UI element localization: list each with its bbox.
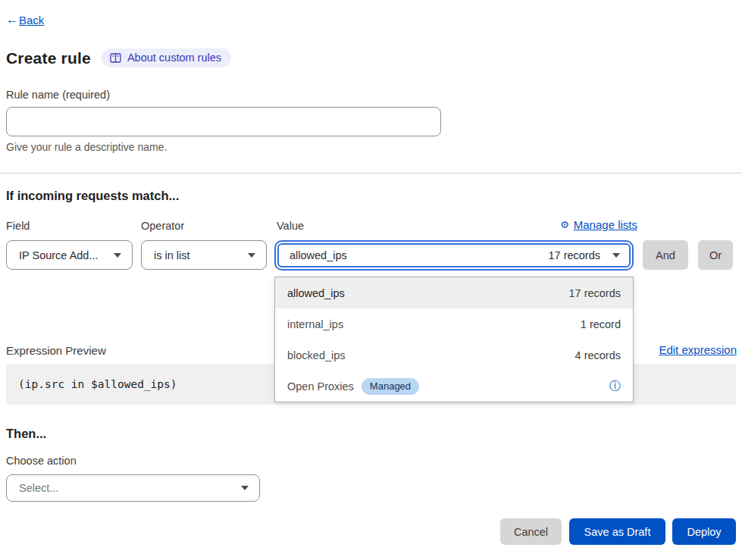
title-row: Create rule About custom rules <box>6 48 231 67</box>
operator-select[interactable]: is in list <box>141 240 267 270</box>
list-name: internal_ips <box>287 318 343 330</box>
about-custom-rules-label: About custom rules <box>127 52 221 64</box>
edit-expression-label: Edit expression <box>659 343 737 356</box>
value-label: Value <box>277 220 304 232</box>
or-button[interactable]: Or <box>698 240 733 270</box>
value-select[interactable]: allowed_ips 17 records <box>277 243 631 267</box>
about-custom-rules-link[interactable]: About custom rules <box>102 48 231 67</box>
value-dropdown-panel: allowed_ips 17 records internal_ips 1 re… <box>274 277 634 402</box>
action-select[interactable]: Select... <box>6 474 260 502</box>
list-name: allowed_ips <box>287 287 345 299</box>
rule-name-helper: Give your rule a descriptive name. <box>6 141 167 153</box>
match-section-heading: If incoming requests match... <box>6 189 179 203</box>
cancel-button[interactable]: Cancel <box>500 518 562 545</box>
operator-label: Operator <box>141 220 184 232</box>
manage-lists-link[interactable]: ⚙ Manage lists <box>560 218 637 231</box>
dropdown-item-blocked-ips[interactable]: blocked_ips 4 records <box>275 339 633 371</box>
back-link[interactable]: ←Back <box>6 13 44 27</box>
edit-expression-link[interactable]: Edit expression <box>659 343 737 356</box>
chevron-down-icon <box>612 253 620 258</box>
list-name: blocked_ips <box>287 349 346 361</box>
value-select-name: allowed_ips <box>290 249 548 261</box>
book-icon <box>110 53 121 63</box>
rule-name-input[interactable] <box>6 107 441 136</box>
dropdown-item-allowed-ips[interactable]: allowed_ips 17 records <box>275 277 633 308</box>
list-record-count: 1 record <box>581 318 621 330</box>
deploy-button[interactable]: Deploy <box>672 518 736 545</box>
dropdown-item-open-proxies[interactable]: Open Proxies Managed ⓘ <box>275 371 633 402</box>
value-select-meta: 17 records <box>548 249 600 261</box>
section-divider <box>0 173 742 174</box>
back-label: Back <box>19 14 44 27</box>
create-rule-page: ←Back Create rule About custom rules Rul… <box>0 0 742 560</box>
gear-icon: ⚙ <box>560 219 569 230</box>
operator-select-value: is in list <box>154 249 190 261</box>
choose-action-label: Choose action <box>6 455 77 467</box>
expression-preview-label: Expression Preview <box>6 344 106 357</box>
save-as-draft-button[interactable]: Save as Draft <box>569 518 665 545</box>
rule-name-label: Rule name (required) <box>6 89 110 101</box>
expression-code: (ip.src in $allowed_ips) <box>18 378 177 390</box>
dropdown-item-internal-ips[interactable]: internal_ips 1 record <box>275 308 633 339</box>
action-select-placeholder: Select... <box>19 482 58 494</box>
manage-lists-label: Manage lists <box>574 218 637 231</box>
info-icon[interactable]: ⓘ <box>609 380 621 392</box>
chevron-down-icon <box>241 486 249 490</box>
field-select[interactable]: IP Source Add... <box>6 240 133 270</box>
list-record-count: 17 records <box>568 287 621 299</box>
list-name: Open Proxies <box>287 380 354 393</box>
chevron-down-icon <box>248 253 255 258</box>
field-label: Field <box>6 220 30 232</box>
list-record-count: 4 records <box>575 349 621 361</box>
field-select-value: IP Source Add... <box>19 249 99 261</box>
chevron-down-icon <box>114 253 121 258</box>
back-arrow-icon: ← <box>6 13 18 27</box>
then-section-heading: Then... <box>6 427 46 441</box>
and-button[interactable]: And <box>643 240 688 270</box>
managed-badge: Managed <box>362 378 419 395</box>
page-title: Create rule <box>6 49 91 67</box>
